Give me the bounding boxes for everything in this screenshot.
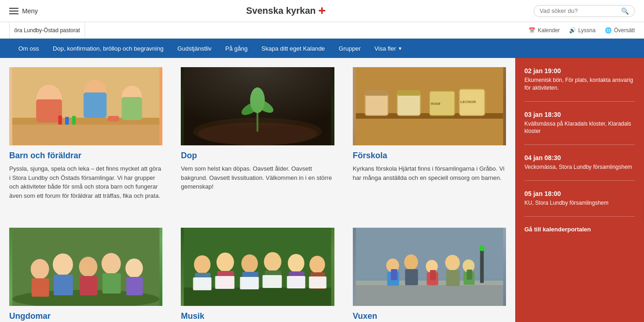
card-ungdomar-title[interactable]: Ungdomar xyxy=(9,311,162,321)
svg-rect-90 xyxy=(466,270,472,280)
svg-rect-47 xyxy=(80,276,98,295)
svg-point-69 xyxy=(310,256,325,273)
breadcrumb-right: 📅 Kalender 🔊 Lyssna 🌐 Översätt xyxy=(529,27,635,34)
svg-rect-45 xyxy=(54,275,73,295)
chevron-down-icon: ▼ xyxy=(398,46,402,51)
svg-rect-21 xyxy=(184,67,331,145)
nav-grupper[interactable]: Grupper xyxy=(339,45,361,52)
search-icon: 🔍 xyxy=(621,7,629,15)
event-desc-2: Kvällsmässa på Klaradals kloster, Klarad… xyxy=(524,120,635,136)
svg-rect-85 xyxy=(430,270,436,280)
svg-point-63 xyxy=(264,252,282,271)
svg-rect-80 xyxy=(391,269,397,280)
svg-rect-68 xyxy=(287,276,305,288)
svg-point-48 xyxy=(102,253,121,274)
nav-gudstjanst[interactable]: Gudstjänstliv xyxy=(177,45,211,52)
svg-rect-28 xyxy=(397,90,420,96)
svg-rect-43 xyxy=(32,278,49,297)
card-barn-text: Pyssla, sjunga, spela och leka – det fin… xyxy=(9,164,162,200)
search-bar[interactable]: 🔍 xyxy=(534,5,635,17)
event-desc-3: Veckomässa, Stora Lundby församlingshem xyxy=(524,163,635,171)
event-item-2: 03 jan 18:30 Kvällsmässa på Klaradals kl… xyxy=(524,111,635,145)
svg-point-60 xyxy=(242,254,258,273)
translate-label: Översätt xyxy=(614,27,635,34)
card-ungdomar-image xyxy=(9,228,162,306)
site-logo: Svenska kyrkan ✛ xyxy=(246,6,325,16)
card-dop-text: Vem som helst kan döpas. Oavsett ålder. … xyxy=(181,164,334,191)
card-vuxen-title[interactable]: Vuxen xyxy=(353,311,506,321)
svg-rect-62 xyxy=(240,277,259,289)
svg-point-77 xyxy=(479,246,484,251)
svg-rect-76 xyxy=(480,246,483,283)
svg-rect-13 xyxy=(108,116,119,121)
card-forskola: RIAM LECNOR CORNELIA RIAM LECNOR xyxy=(344,58,515,209)
cards-row-1: Barn och föräldrar Pyssla, sjunga, spela… xyxy=(0,58,515,209)
svg-rect-4 xyxy=(36,99,62,122)
event-item-4: 05 jan 18:00 KU, Stora Lundby församling… xyxy=(524,190,635,217)
nav-visa-fler[interactable]: Visa fler ▼ xyxy=(374,45,402,52)
calendar-icon: 📅 xyxy=(529,27,535,34)
calendar-action[interactable]: 📅 Kalender xyxy=(529,27,560,34)
hamburger-icon xyxy=(9,8,18,14)
svg-rect-82 xyxy=(405,269,418,285)
svg-rect-26 xyxy=(365,90,388,96)
event-date-2: 03 jan 18:30 xyxy=(524,111,635,118)
nav-pa-gang[interactable]: På gång xyxy=(225,45,247,52)
svg-rect-6 xyxy=(84,92,107,118)
calendar-label: Kalender xyxy=(538,27,560,34)
nav-om-oss[interactable]: Om oss xyxy=(18,45,39,52)
card-forskola-image: RIAM LECNOR CORNELIA RIAM LECNOR xyxy=(353,67,506,145)
logo-text: Svenska kyrkan xyxy=(246,6,316,16)
events-sidebar: 02 jan 19:00 Ekumenisk bön, För plats, k… xyxy=(515,58,644,322)
card-barn: Barn och föräldrar Pyssla, sjunga, spela… xyxy=(0,58,172,209)
listen-icon: 🔊 xyxy=(569,27,576,34)
nav-dop[interactable]: Dop, konfirmation, bröllop och begravnin… xyxy=(53,45,164,52)
top-bar: Meny Svenska kyrkan ✛ 🔍 xyxy=(0,0,644,22)
breadcrumb-item[interactable]: öra Lundby-Östad pastorat xyxy=(9,22,85,39)
card-vuxen-image xyxy=(353,228,506,306)
card-musik-title[interactable]: Musik xyxy=(181,311,334,321)
card-musik: Musik Sång och musik har alltid varit en… xyxy=(172,218,343,322)
card-dop-title[interactable]: Dop xyxy=(181,151,334,161)
svg-point-66 xyxy=(288,254,305,272)
event-date-1: 02 jan 19:00 xyxy=(524,67,635,75)
svg-rect-59 xyxy=(215,276,235,289)
translate-icon: 🌐 xyxy=(605,27,612,34)
card-ungdomar: Ungdomar Du som är ung kanske ibland fun… xyxy=(0,218,172,322)
svg-point-44 xyxy=(53,253,73,276)
card-dop: Dop Vem som helst kan döpas. Oavsett åld… xyxy=(172,58,343,209)
card-forskola-title[interactable]: Förskola xyxy=(353,151,506,161)
event-desc-4: KU, Stora Lundby församlingshem xyxy=(524,199,635,207)
event-item-1: 02 jan 19:00 Ekumenisk bön, För plats, k… xyxy=(524,67,635,102)
card-barn-image xyxy=(9,67,162,145)
svg-rect-9 xyxy=(58,115,62,125)
svg-point-81 xyxy=(404,254,418,270)
breadcrumb-bar: öra Lundby-Östad pastorat 📅 Kalender 🔊 L… xyxy=(0,22,644,39)
logo-cross-icon: ✛ xyxy=(318,6,325,16)
translate-action[interactable]: 🌐 Översätt xyxy=(605,27,635,34)
menu-button[interactable]: Meny xyxy=(9,7,38,15)
svg-point-57 xyxy=(217,253,234,272)
section-divider xyxy=(0,209,515,218)
calendar-portal-link[interactable]: Gå till kalenderportalen xyxy=(524,226,635,233)
svg-rect-27 xyxy=(397,92,420,115)
svg-rect-51 xyxy=(126,277,143,295)
main-nav: Om oss Dop, konfirmation, bröllop och be… xyxy=(0,39,644,58)
event-desc-1: Ekumenisk bön, För plats, kontakta ansva… xyxy=(524,76,635,92)
svg-rect-11 xyxy=(72,116,76,125)
main-content: Barn och föräldrar Pyssla, sjunga, spela… xyxy=(0,58,644,322)
svg-point-54 xyxy=(194,255,211,274)
card-barn-title[interactable]: Barn och föräldrar xyxy=(9,151,162,161)
svg-point-86 xyxy=(445,255,460,270)
card-vuxen: Vuxen Församlingarna har många olika typ… xyxy=(344,218,515,322)
card-musik-image xyxy=(181,228,334,306)
svg-rect-56 xyxy=(193,277,212,290)
card-dop-image xyxy=(181,67,334,145)
cards-row-2: Ungdomar Du som är ung kanske ibland fun… xyxy=(0,218,515,322)
nav-kalender[interactable]: Skapa ditt eget Kalande xyxy=(261,45,325,52)
svg-point-50 xyxy=(126,259,143,278)
listen-label: Lyssna xyxy=(578,27,596,34)
search-input[interactable] xyxy=(540,7,617,14)
listen-action[interactable]: 🔊 Lyssna xyxy=(569,27,596,34)
svg-text:LECNOR: LECNOR xyxy=(460,100,476,104)
